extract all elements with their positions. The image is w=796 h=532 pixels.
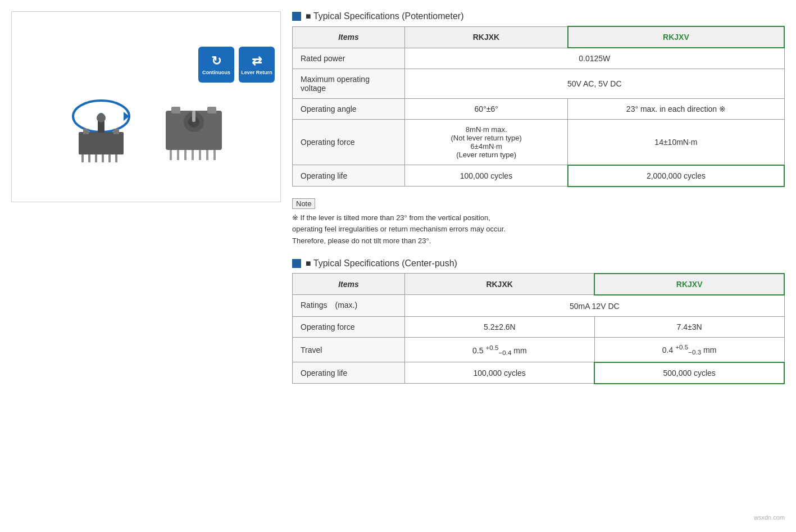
svg-rect-10 bbox=[108, 154, 111, 162]
svg-rect-21 bbox=[177, 150, 179, 160]
continuous-icon: ↻ bbox=[211, 54, 221, 69]
svg-point-13 bbox=[97, 113, 106, 122]
table-row: Operating force 5.2±2.6N 7.4±3N bbox=[293, 317, 785, 338]
col-header-rkjxv: RKJXV bbox=[568, 26, 784, 48]
svg-rect-5 bbox=[113, 129, 119, 134]
table-row: Maximum operating voltage 50V AC, 5V DC bbox=[293, 69, 785, 99]
row-operating-angle-rkjxk: 60°±6° bbox=[405, 99, 568, 120]
table-row: Ratings (max.) 50mA 12V DC bbox=[293, 295, 785, 317]
row-operating-force-rkjxv: 14±10mN·m bbox=[568, 120, 784, 165]
row-operating-angle-label: Operating angle bbox=[293, 99, 405, 120]
row-operating-angle-rkjxv: 23° max. in each direction ※ bbox=[568, 99, 784, 120]
badge-continuous-label: Continuous bbox=[202, 70, 230, 75]
row-cp-operating-force-rkjxv: 7.4±3N bbox=[594, 317, 784, 338]
potentiometer-title: ■ Typical Specifications (Potentiometer) bbox=[292, 11, 785, 21]
row-max-voltage-label: Maximum operating voltage bbox=[293, 69, 405, 99]
svg-rect-20 bbox=[170, 150, 172, 160]
note-label: Note bbox=[292, 198, 315, 209]
center-push-section: ■ Typical Specifications (Center-push) I… bbox=[292, 258, 785, 384]
row-ratings-label: Ratings (max.) bbox=[293, 295, 405, 317]
product-image-panel: ↻ Continuous ⇄ Lever Return bbox=[11, 11, 281, 202]
svg-rect-4 bbox=[83, 129, 89, 134]
row-cp-operating-life-label: Operating life bbox=[293, 362, 405, 384]
badge-lever-return: ⇄ Lever Return bbox=[239, 47, 275, 83]
joystick-images bbox=[62, 88, 230, 167]
row-travel-rkjxk: 0.5 +0.5−0.4 mm bbox=[405, 338, 595, 362]
note-text: ※ If the lever is tilted more than 23° f… bbox=[292, 212, 785, 247]
col2-header-rkjxv: RKJXV bbox=[594, 274, 784, 295]
svg-rect-24 bbox=[199, 150, 201, 160]
col-header-items: Items bbox=[293, 26, 405, 48]
table-row: Rated power 0.0125W bbox=[293, 48, 785, 69]
svg-rect-15 bbox=[171, 107, 180, 113]
row-operating-force-label: Operating force bbox=[293, 120, 405, 165]
row-operating-force-rkjxk: 8mN·m max. (Not lever return type) 6±4mN… bbox=[405, 120, 568, 165]
col2-header-rkjxk: RKJXK bbox=[405, 274, 595, 295]
svg-rect-16 bbox=[207, 107, 216, 113]
svg-rect-11 bbox=[115, 154, 117, 162]
svg-rect-22 bbox=[184, 150, 187, 160]
badge-continuous: ↻ Continuous bbox=[198, 47, 234, 83]
row-max-voltage-value: 50V AC, 5V DC bbox=[405, 69, 785, 99]
table-row: Operating force 8mN·m max. (Not lever re… bbox=[293, 120, 785, 165]
row-rated-power-value: 0.0125W bbox=[405, 48, 785, 69]
col-header-rkjxk: RKJXK bbox=[405, 26, 568, 48]
potentiometer-title-text: ■ Typical Specifications (Potentiometer) bbox=[306, 11, 464, 21]
badge-container: ↻ Continuous ⇄ Lever Return bbox=[198, 47, 275, 83]
right-panel: ■ Typical Specifications (Potentiometer)… bbox=[292, 11, 785, 521]
note-section: Note ※ If the lever is tilted more than … bbox=[292, 198, 785, 247]
svg-rect-7 bbox=[88, 154, 90, 162]
row-travel-rkjxv: 0.4 +0.5−0.3 mm bbox=[594, 338, 784, 362]
row-operating-life-rkjxv: 2,000,000 cycles bbox=[568, 165, 784, 187]
potentiometer-table: Items RKJXK RKJXV Rated power 0.0125W Ma… bbox=[292, 26, 785, 187]
table-row: Operating life 100,000 cycles 2,000,000 … bbox=[293, 165, 785, 187]
row-cp-operating-force-rkjxk: 5.2±2.6N bbox=[405, 317, 595, 338]
svg-rect-25 bbox=[206, 150, 208, 160]
svg-rect-8 bbox=[95, 154, 97, 162]
table-row: Travel 0.5 +0.5−0.4 mm 0.4 +0.5−0.3 mm bbox=[293, 338, 785, 362]
svg-rect-6 bbox=[81, 154, 84, 162]
potentiometer-section: ■ Typical Specifications (Potentiometer)… bbox=[292, 11, 785, 187]
table-row: Operating angle 60°±6° 23° max. in each … bbox=[293, 99, 785, 120]
svg-rect-19 bbox=[192, 111, 195, 122]
svg-rect-9 bbox=[102, 154, 104, 162]
row-operating-life-rkjxk: 100,000 cycles bbox=[405, 165, 568, 187]
svg-rect-26 bbox=[213, 150, 216, 160]
svg-rect-23 bbox=[192, 150, 194, 160]
col2-header-items: Items bbox=[293, 274, 405, 295]
center-push-title-text: ■ Typical Specifications (Center-push) bbox=[306, 258, 457, 269]
table-row: Operating life 100,000 cycles 500,000 cy… bbox=[293, 362, 785, 384]
section-icon bbox=[292, 12, 301, 21]
lever-return-icon: ⇄ bbox=[252, 54, 262, 69]
center-push-title: ■ Typical Specifications (Center-push) bbox=[292, 258, 785, 269]
joystick-left-svg bbox=[62, 88, 140, 167]
row-operating-life-label: Operating life bbox=[293, 165, 405, 187]
section-icon-2 bbox=[292, 259, 301, 268]
badge-lever-label: Lever Return bbox=[241, 70, 272, 75]
joystick-right-svg bbox=[157, 91, 230, 164]
row-cp-operating-force-label: Operating force bbox=[293, 317, 405, 338]
row-ratings-value: 50mA 12V DC bbox=[405, 295, 785, 317]
row-rated-power-label: Rated power bbox=[293, 48, 405, 69]
svg-rect-3 bbox=[79, 132, 124, 154]
center-push-table: Items RKJXK RKJXV Ratings (max.) 50mA 12… bbox=[292, 273, 785, 384]
row-cp-operating-life-rkjxk: 100,000 cycles bbox=[405, 362, 595, 384]
row-travel-label: Travel bbox=[293, 338, 405, 362]
row-cp-operating-life-rkjxv: 500,000 cycles bbox=[594, 362, 784, 384]
watermark: wsxdn.com bbox=[292, 514, 785, 521]
